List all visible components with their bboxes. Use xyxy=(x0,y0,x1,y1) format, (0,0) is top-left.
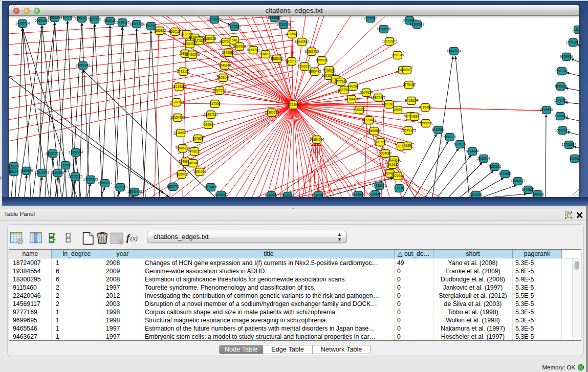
svg-text:17359924: 17359924 xyxy=(69,150,83,154)
svg-text:12505115: 12505115 xyxy=(68,174,82,178)
svg-text:8471676: 8471676 xyxy=(499,172,512,176)
svg-text:54934: 54934 xyxy=(410,115,419,118)
svg-text:10807487: 10807487 xyxy=(371,96,386,99)
svg-text:11124: 11124 xyxy=(574,28,579,31)
svg-text:12923448: 12923448 xyxy=(127,190,142,193)
svg-text:9463627: 9463627 xyxy=(405,99,418,102)
svg-text:16553267: 16553267 xyxy=(75,16,90,20)
svg-text:16154808: 16154808 xyxy=(377,27,391,31)
svg-text:2935114: 2935114 xyxy=(477,157,490,160)
svg-text:15692971: 15692971 xyxy=(555,128,570,132)
svg-text:10719155: 10719155 xyxy=(115,20,130,24)
svg-text:20691406: 20691406 xyxy=(35,19,50,23)
svg-text:18807249: 18807249 xyxy=(373,140,388,144)
svg-text:1615132: 1615132 xyxy=(386,163,399,166)
svg-text:751552: 751552 xyxy=(145,24,157,28)
svg-text:746266: 746266 xyxy=(347,84,359,88)
svg-text:16549123: 16549123 xyxy=(401,128,416,132)
svg-text:7625402: 7625402 xyxy=(176,172,188,176)
svg-text:17016504: 17016504 xyxy=(562,143,577,146)
svg-text:1156829: 1156829 xyxy=(20,169,33,172)
svg-text:2718170: 2718170 xyxy=(177,70,190,73)
svg-text:2522544: 2522544 xyxy=(391,174,404,178)
svg-text:1209358: 1209358 xyxy=(555,84,568,88)
svg-text:5310545: 5310545 xyxy=(369,192,382,196)
svg-text:20206553: 20206553 xyxy=(46,151,60,155)
svg-text:2975115: 2975115 xyxy=(403,83,416,86)
svg-text:1562615: 1562615 xyxy=(298,64,311,68)
svg-text:(x): (x) xyxy=(130,235,138,242)
svg-text:15267110: 15267110 xyxy=(204,113,218,116)
svg-text:15640910: 15640910 xyxy=(295,40,310,43)
svg-text:9777169: 9777169 xyxy=(335,80,347,83)
svg-text:6928: 6928 xyxy=(404,144,411,147)
svg-text:6310544: 6310544 xyxy=(352,193,365,196)
svg-text:5938923: 5938923 xyxy=(444,135,456,139)
svg-text:19958107: 19958107 xyxy=(98,181,113,185)
svg-text:16952365: 16952365 xyxy=(60,16,75,18)
svg-text:417006: 417006 xyxy=(209,102,221,105)
svg-text:15751074: 15751074 xyxy=(566,40,579,44)
svg-text:15720407: 15720407 xyxy=(362,118,377,122)
svg-text:8454749: 8454749 xyxy=(247,48,260,52)
svg-text:9245682: 9245682 xyxy=(532,192,545,196)
svg-text:9515440: 9515440 xyxy=(215,193,228,196)
svg-text:3215955: 3215955 xyxy=(540,108,553,112)
svg-text:19166827: 19166827 xyxy=(173,131,188,135)
svg-text:7632621: 7632621 xyxy=(489,165,502,168)
svg-text:19384554: 19384554 xyxy=(310,138,324,141)
svg-text:22420046: 22420046 xyxy=(185,53,200,56)
svg-text:9129996: 9129996 xyxy=(560,55,573,58)
svg-text:20364436: 20364436 xyxy=(344,97,359,101)
svg-text:53594: 53594 xyxy=(204,123,213,126)
svg-text:9115460: 9115460 xyxy=(419,105,432,109)
svg-text:39157: 39157 xyxy=(9,170,18,173)
svg-text:5716485: 5716485 xyxy=(205,185,217,189)
svg-text:1640954: 1640954 xyxy=(432,128,445,132)
svg-text:8322037: 8322037 xyxy=(286,59,298,63)
svg-text:6879197: 6879197 xyxy=(454,142,467,146)
svg-text:9227342: 9227342 xyxy=(556,69,569,73)
svg-text:16210643: 16210643 xyxy=(553,114,568,118)
svg-text:1691144: 1691144 xyxy=(193,170,206,173)
svg-text:16033809: 16033809 xyxy=(207,17,222,21)
svg-text:8813054: 8813054 xyxy=(268,16,281,19)
svg-text:8660124: 8660124 xyxy=(169,30,182,33)
svg-text:116753: 116753 xyxy=(570,157,579,160)
svg-text:12213967: 12213967 xyxy=(382,39,397,43)
svg-text:16107554: 16107554 xyxy=(169,100,184,104)
svg-text:62160: 62160 xyxy=(384,102,394,106)
svg-text:9245652: 9245652 xyxy=(522,188,535,191)
svg-text:3875685: 3875685 xyxy=(222,51,235,54)
svg-text:16571355: 16571355 xyxy=(129,22,144,26)
svg-text:12342757: 12342757 xyxy=(35,171,50,174)
svg-text:12213369: 12213369 xyxy=(172,85,187,89)
svg-text:940948: 940948 xyxy=(187,161,199,165)
svg-text:10025: 10025 xyxy=(393,108,402,112)
svg-text:17957225: 17957225 xyxy=(83,178,98,181)
svg-text:8990443: 8990443 xyxy=(309,70,321,73)
svg-text:935061: 935061 xyxy=(9,164,19,168)
svg-text:2867608: 2867608 xyxy=(233,45,246,48)
svg-text:23975867: 23975867 xyxy=(58,163,73,167)
svg-text:10688609: 10688609 xyxy=(367,129,382,133)
svg-text:9084067: 9084067 xyxy=(379,151,392,155)
svg-text:6794028: 6794028 xyxy=(323,68,336,72)
svg-text:9498222: 9498222 xyxy=(188,149,201,153)
svg-text:15300273: 15300273 xyxy=(265,111,279,114)
svg-text:9474444: 9474444 xyxy=(466,149,479,153)
svg-text:15063: 15063 xyxy=(402,68,411,72)
svg-text:867833: 867833 xyxy=(192,137,204,140)
svg-text:4310546: 4310546 xyxy=(470,193,483,196)
svg-text:14055724: 14055724 xyxy=(15,21,30,25)
svg-text:16961758: 16961758 xyxy=(304,50,319,53)
svg-text:19654983: 19654983 xyxy=(170,116,185,119)
svg-text:8427552: 8427552 xyxy=(213,89,226,92)
svg-text:8186328: 8186328 xyxy=(204,37,216,40)
svg-text:546: 546 xyxy=(232,38,237,42)
svg-text:9146821: 9146821 xyxy=(259,52,272,56)
svg-text:1527602: 1527602 xyxy=(89,17,101,21)
svg-text:16782759: 16782759 xyxy=(113,185,128,189)
svg-text:9657771: 9657771 xyxy=(167,185,180,188)
svg-text:7955812: 7955812 xyxy=(316,58,329,62)
